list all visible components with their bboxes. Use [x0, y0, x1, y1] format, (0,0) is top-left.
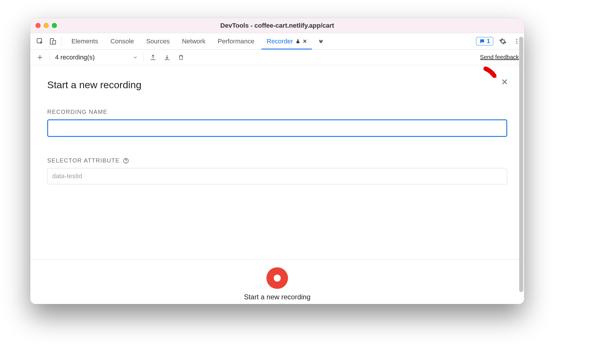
tab-recorder[interactable]: Recorder × [261, 33, 312, 50]
messages-count: 1 [487, 38, 490, 45]
tab-label: Sources [146, 38, 170, 45]
record-icon [274, 275, 281, 282]
panel-heading: Start a new recording [47, 79, 507, 91]
recorder-panel: Start a new recording RECORDING NAME SEL… [30, 65, 524, 304]
selector-attribute-input[interactable] [47, 168, 507, 184]
svg-point-4 [516, 41, 517, 42]
devtools-tabs: Elements Console Sources Network Perform… [30, 33, 524, 50]
tab-elements[interactable]: Elements [66, 33, 103, 50]
tab-performance[interactable]: Performance [213, 33, 260, 50]
tab-console[interactable]: Console [105, 33, 139, 50]
new-recording-icon[interactable] [36, 53, 44, 62]
start-recording-button[interactable] [266, 267, 288, 289]
tab-network[interactable]: Network [177, 33, 211, 50]
settings-gear-icon[interactable] [498, 37, 507, 46]
window-title: DevTools - coffee-cart.netlify.app/cart [30, 22, 524, 29]
window-minimize-button[interactable] [44, 23, 49, 28]
chevron-down-icon [133, 55, 138, 60]
export-icon[interactable] [149, 53, 157, 62]
tab-sources[interactable]: Sources [141, 33, 175, 50]
start-recording-label: Start a new recording [244, 293, 310, 301]
panel-footer: Start a new recording [30, 259, 524, 304]
annotation-arrow-icon [482, 65, 502, 85]
scrollbar[interactable] [519, 35, 523, 301]
panel-close-icon[interactable] [501, 78, 508, 86]
dropdown-label: 4 recording(s) [55, 54, 95, 61]
tab-label: Recorder [267, 38, 293, 45]
window-close-button[interactable] [36, 23, 41, 28]
delete-icon[interactable] [177, 53, 185, 62]
recording-name-label: RECORDING NAME [47, 109, 507, 115]
tab-label: Elements [71, 38, 98, 45]
svg-point-5 [516, 43, 517, 44]
recording-name-input[interactable] [47, 119, 507, 137]
device-toolbar-icon[interactable] [48, 37, 57, 46]
tab-close-icon[interactable]: × [303, 38, 307, 45]
send-feedback-link[interactable]: Send feedback [480, 54, 519, 61]
svg-point-7 [126, 162, 126, 162]
more-tabs-icon[interactable] [317, 37, 325, 46]
window-titlebar: DevTools - coffee-cart.netlify.app/cart [30, 18, 524, 33]
window-zoom-button[interactable] [52, 23, 57, 28]
help-icon[interactable] [123, 158, 129, 164]
recorder-toolbar: 4 recording(s) Send feedback [30, 50, 524, 65]
devtools-window: DevTools - coffee-cart.netlify.app/cart [30, 18, 524, 304]
inspect-element-icon[interactable] [36, 37, 44, 46]
tab-label: Console [110, 38, 134, 45]
import-icon[interactable] [163, 53, 171, 62]
window-traffic-lights [36, 23, 57, 28]
scrollbar-thumb[interactable] [519, 37, 523, 292]
selector-attribute-label: SELECTOR ATTRIBUTE [47, 157, 507, 164]
tab-label: Network [182, 38, 206, 45]
recordings-dropdown[interactable]: 4 recording(s) [55, 54, 143, 61]
flask-experiment-icon [295, 39, 301, 44]
tab-label: Performance [218, 38, 254, 45]
svg-rect-2 [53, 40, 56, 44]
svg-point-3 [516, 39, 517, 40]
messages-chip[interactable]: 1 [476, 37, 493, 45]
